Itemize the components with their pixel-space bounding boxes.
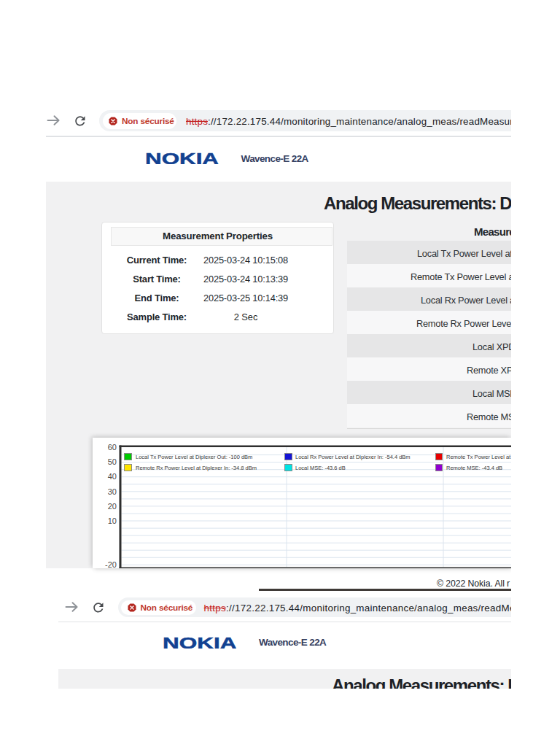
svg-text:NOKIA: NOKIA (163, 637, 237, 649)
svg-text:NOKIA: NOKIA (145, 152, 219, 164)
